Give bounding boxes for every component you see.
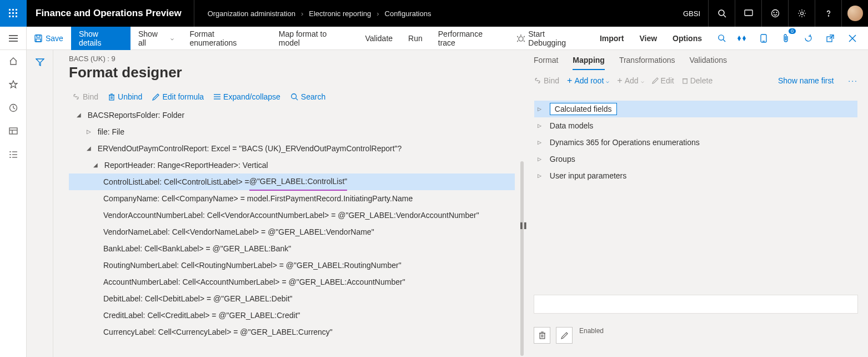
workspace-icon[interactable]: [8, 126, 19, 137]
svg-rect-1: [12, 9, 14, 11]
show-all-button[interactable]: Show all⌵: [131, 27, 182, 50]
tree-node[interactable]: CurrencyLabel: Cell<CurrencyLabel> = @"G…: [69, 324, 515, 340]
caret-collapsed-icon[interactable]: ▷: [538, 123, 545, 128]
tree-node[interactable]: CreditLabel: Cell<CreditLabel> = @"GER_L…: [69, 307, 515, 324]
tree-node-selected[interactable]: ControlListLabel: Cell<ControlListLabel>…: [69, 173, 515, 190]
show-details-button[interactable]: Show details: [71, 27, 131, 50]
edit-formula-button[interactable]: Edit formula: [152, 92, 204, 101]
tab-transformations[interactable]: Transformations: [619, 52, 675, 70]
options-button[interactable]: Options: [665, 27, 710, 50]
caret-collapsed-icon[interactable]: ▷: [84, 123, 93, 140]
caret-collapsed-icon[interactable]: ▷: [538, 173, 545, 178]
tab-mapping[interactable]: Mapping: [573, 52, 605, 70]
cmd-right-icons: 0: [734, 31, 868, 46]
star-icon[interactable]: [8, 79, 19, 90]
unbind-button[interactable]: Unbind: [108, 92, 142, 101]
tree-node[interactable]: CompanyName: Cell<CompanyName> = model.F…: [69, 190, 515, 207]
caret-collapsed-icon[interactable]: ▷: [538, 106, 545, 112]
bottom-icon-bar: [534, 327, 573, 344]
view-button[interactable]: View: [631, 27, 665, 50]
svg-point-14: [776, 12, 777, 13]
search-cmd-icon[interactable]: [710, 27, 734, 50]
caret-expanded-icon[interactable]: ◢: [84, 140, 93, 157]
tree-node[interactable]: BankLabel: Cell<BankLabel> = @"GER_LABEL…: [69, 240, 515, 257]
command-bar: Save Show details Show all⌵ Format enume…: [0, 27, 868, 50]
ds-row-selected[interactable]: ▷ Calculated fields: [534, 101, 857, 117]
attachment-icon[interactable]: 0: [778, 31, 794, 46]
tree-node[interactable]: DebitLabel: Cell<DebitLabel> = @"GER_LAB…: [69, 290, 515, 307]
popout-icon[interactable]: [822, 31, 838, 46]
caret-expanded-icon[interactable]: ◢: [74, 107, 83, 123]
tree-toolbar: Bind Unbind Edit formula Expand/collapse…: [69, 89, 515, 107]
tree-node[interactable]: ◢ ReportHeader: Range<ReportHeader>: Ver…: [69, 157, 515, 173]
home-icon[interactable]: [8, 56, 19, 67]
plus-icon: +: [617, 76, 622, 86]
ds-row[interactable]: ▷ User input parameters: [534, 167, 857, 184]
refresh-icon[interactable]: [800, 31, 816, 46]
show-name-first-link[interactable]: Show name first: [778, 76, 834, 85]
caret-collapsed-icon[interactable]: ▷: [538, 140, 545, 145]
chat-icon[interactable]: [735, 0, 761, 27]
smile-icon[interactable]: [761, 0, 788, 27]
chevron-down-icon: ⌵: [606, 78, 609, 84]
gear-icon[interactable]: [788, 0, 815, 27]
waffle-icon[interactable]: [0, 0, 27, 27]
funnel-icon[interactable]: [36, 58, 44, 357]
import-button[interactable]: Import: [592, 27, 632, 50]
search-button[interactable]: Search: [290, 92, 325, 101]
add-root-button[interactable]: +Add root⌵: [567, 76, 609, 86]
tree-node[interactable]: ◢ BACSReportsFolder: Folder: [69, 107, 515, 123]
avatar[interactable]: [841, 0, 868, 27]
run-button[interactable]: Run: [400, 27, 430, 50]
help-icon[interactable]: [815, 0, 841, 27]
svg-rect-41: [9, 128, 17, 134]
save-button[interactable]: Save: [27, 27, 71, 50]
bind-button[interactable]: Bind: [534, 76, 559, 85]
modules-icon[interactable]: [8, 149, 19, 160]
breadcrumb-item[interactable]: Electronic reporting: [309, 9, 371, 18]
tree-node[interactable]: VendorAccountNumberLabel: Cell<VendorAcc…: [69, 207, 515, 224]
bind-button[interactable]: Bind: [72, 92, 98, 101]
diamond-icon[interactable]: [734, 31, 749, 46]
breadcrumb-item[interactable]: Organization administration: [208, 9, 295, 18]
delete-button[interactable]: Delete: [682, 76, 713, 85]
delete-icon[interactable]: [534, 327, 550, 344]
add-button[interactable]: +Add⌵: [617, 76, 644, 86]
validate-button[interactable]: Validate: [358, 27, 401, 50]
expand-collapse-button[interactable]: Expand/collapse: [214, 92, 280, 101]
chevron-right-icon: ›: [377, 9, 379, 18]
splitter-handle[interactable]: ▌▌: [520, 222, 528, 229]
hamburger-icon[interactable]: [0, 27, 27, 50]
close-icon[interactable]: [845, 31, 860, 46]
tree-node[interactable]: AccountNumberLabel: Cell<AccountNumberLa…: [69, 274, 515, 290]
right-tabs: Format Mapping Transformations Validatio…: [534, 50, 858, 70]
tab-validations[interactable]: Validations: [690, 52, 727, 70]
tree-node[interactable]: ◢ ERVendOutPaymControlReport: Excel = "B…: [69, 140, 515, 157]
tree-node[interactable]: ▷ file: File: [69, 123, 515, 140]
performance-trace-button[interactable]: Performance trace: [430, 27, 510, 50]
ds-row[interactable]: ▷ Dynamics 365 for Operations enumeratio…: [534, 134, 857, 151]
map-format-button[interactable]: Map format to model: [271, 27, 358, 50]
more-icon[interactable]: ···: [848, 76, 858, 85]
clock-icon[interactable]: [8, 102, 19, 113]
svg-rect-22: [36, 39, 41, 42]
topbar-right: GBSI: [675, 0, 868, 27]
chevron-right-icon: ›: [301, 9, 303, 18]
caret-expanded-icon[interactable]: ◢: [91, 157, 100, 173]
badge-count: 0: [789, 28, 796, 34]
breadcrumb-item[interactable]: Configurations: [385, 9, 432, 18]
company-label[interactable]: GBSI: [675, 9, 708, 18]
phone-icon[interactable]: [756, 31, 771, 46]
ds-row[interactable]: ▷ Groups: [534, 151, 857, 167]
tab-format[interactable]: Format: [534, 52, 558, 70]
tree-node[interactable]: RoutingNumberLabel: Cell<RoutingNumberLa…: [69, 257, 515, 274]
start-debugging-button[interactable]: Start Debugging: [509, 27, 592, 50]
tree-node[interactable]: VendorNameLabel: Cell<VendorNameLabel> =…: [69, 224, 515, 240]
left-rail: [0, 50, 27, 357]
caret-collapsed-icon[interactable]: ▷: [538, 156, 545, 162]
format-enum-button[interactable]: Format enumerations: [182, 27, 270, 50]
ds-row[interactable]: ▷ Data models: [534, 117, 857, 134]
edit-icon[interactable]: [556, 327, 573, 344]
edit-button[interactable]: Edit: [652, 76, 674, 85]
search-icon[interactable]: [708, 0, 735, 27]
